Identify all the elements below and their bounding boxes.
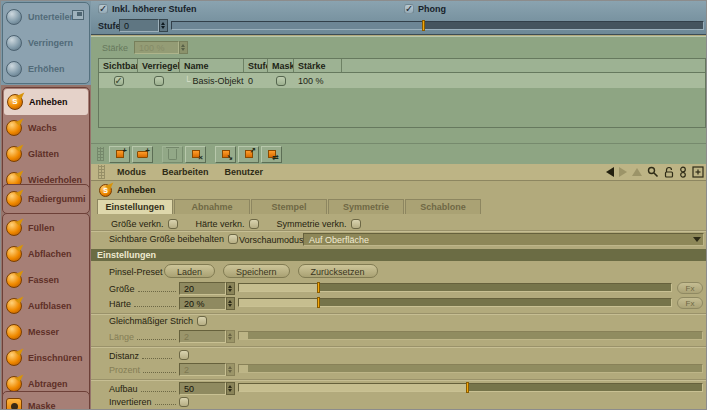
layer-name[interactable]: Basis-Objekt <box>192 76 243 86</box>
symmetry-link-option[interactable]: Symmetrie verkn. <box>277 219 361 229</box>
buildup-slider[interactable] <box>238 383 703 392</box>
sidebar-item-erhoehen[interactable]: Erhöhen <box>3 56 89 82</box>
detach-panel-icon[interactable] <box>72 10 84 20</box>
paste-layer-button[interactable]: ↗ <box>238 146 259 163</box>
phong-option[interactable]: Phong <box>404 4 446 14</box>
layer-strength-value: 100 % <box>134 41 179 54</box>
steady-stroke-checkbox[interactable] <box>197 316 207 326</box>
back-icon[interactable] <box>606 167 614 177</box>
add-folder-button[interactable]: + <box>132 146 153 163</box>
sidebar-item-label: Glätten <box>28 149 59 159</box>
menu-modus[interactable]: Modus <box>117 167 146 177</box>
level-slider[interactable] <box>171 21 704 30</box>
sidebar-item-aufblasen[interactable]: Aufblasen <box>3 293 89 319</box>
buildup-slider-handle[interactable] <box>466 382 469 393</box>
layer-strength[interactable]: 100 % <box>294 76 342 86</box>
sidebar-item-label: Erhöhen <box>28 64 65 74</box>
hardness-stepper[interactable] <box>226 297 235 310</box>
keep-size-option[interactable]: Sichtbare Größe beibehalten <box>109 234 238 244</box>
steady-stroke-option[interactable]: Gleichmäßiger Strich <box>109 316 207 326</box>
size-link-option[interactable]: Größe verkn. <box>111 219 178 229</box>
hardness-slider[interactable] <box>238 298 672 307</box>
include-higher-levels-checkbox[interactable] <box>98 4 108 14</box>
sidebar-item-unterteilen[interactable]: Unterteilen <box>3 4 89 30</box>
tab-symmetrie[interactable]: Symmetrie <box>328 199 404 214</box>
hardness-value[interactable]: 20 % <box>179 297 226 310</box>
distance-row: Distanz <box>91 349 707 362</box>
sidebar-item-radiergummi[interactable]: Radiergummi <box>3 186 89 212</box>
tab-einstellungen[interactable]: Einstellungen <box>97 199 173 214</box>
wax-icon <box>6 120 22 136</box>
mask-checkbox[interactable] <box>276 76 286 86</box>
cycle-icon[interactable] <box>679 166 687 178</box>
preview-mode-dropdown[interactable]: Auf Oberfläche <box>303 233 704 246</box>
buildup-value[interactable]: 50 <box>179 382 226 395</box>
reset-button[interactable]: Zurücksetzen <box>298 264 378 278</box>
nav-icon-cluster <box>606 166 704 178</box>
symmetry-link-checkbox[interactable] <box>351 219 361 229</box>
sidebar-item-messer[interactable]: Messer <box>3 319 89 345</box>
load-button[interactable]: Laden <box>164 264 215 278</box>
lock-checkbox[interactable] <box>154 76 164 86</box>
column-name[interactable]: Name <box>180 59 244 72</box>
sidebar-item-anheben[interactable]: S Anheben <box>4 89 88 115</box>
search-icon[interactable] <box>647 166 659 178</box>
save-button[interactable]: Speichern <box>223 264 290 278</box>
size-slider-handle[interactable] <box>317 282 320 293</box>
delete-button <box>162 146 183 163</box>
column-verriegeln[interactable]: Verriegeln <box>138 59 180 72</box>
toolbar-grip[interactable] <box>97 147 104 161</box>
size-stepper[interactable] <box>226 282 235 295</box>
table-row-basis-objekt[interactable]: └ Basis-Objekt 0 100 % <box>99 73 705 88</box>
distance-checkbox[interactable] <box>179 350 189 360</box>
column-sichtbar[interactable]: Sichtbar <box>99 59 138 72</box>
hardness-slider-handle[interactable] <box>317 297 320 308</box>
include-higher-levels-option[interactable]: Inkl. höherer Stufen <box>98 4 197 14</box>
hardness-fx-button[interactable]: Fx <box>677 297 703 309</box>
buildup-stepper[interactable] <box>226 382 235 395</box>
keep-size-checkbox[interactable] <box>228 234 238 244</box>
menu-bearbeiten[interactable]: Bearbeiten <box>162 167 209 177</box>
menu-benutzer[interactable]: Benutzer <box>225 167 264 177</box>
sidebar-item-wachs[interactable]: Wachs <box>3 115 89 141</box>
merge-layers-button[interactable]: ⇄ <box>261 146 282 163</box>
new-panel-icon[interactable] <box>692 166 704 178</box>
sidebar-item-einschnueren[interactable]: Einschnüren <box>3 345 89 371</box>
tab-schablone[interactable]: Schablone <box>405 199 481 214</box>
level-slider-handle[interactable] <box>422 20 425 31</box>
hardness-link-checkbox[interactable] <box>249 219 259 229</box>
sidebar-item-abflachen[interactable]: Abflachen <box>3 241 89 267</box>
delete-layer-button[interactable]: × <box>185 146 206 163</box>
percent-slider <box>238 364 703 373</box>
add-layer-button[interactable]: + <box>109 146 130 163</box>
mask-group: Maske <box>2 391 90 410</box>
hardness-link-option[interactable]: Härte verkn. <box>196 219 259 229</box>
size-link-checkbox[interactable] <box>168 219 178 229</box>
sidebar-item-fassen[interactable]: Fassen <box>3 267 89 293</box>
column-stufe[interactable]: Stufe <box>244 59 268 72</box>
column-maske[interactable]: Maske <box>268 59 294 72</box>
visible-checkbox[interactable] <box>114 76 124 86</box>
copy-layer-button[interactable]: ↘ <box>215 146 236 163</box>
level-stepper[interactable] <box>159 19 168 32</box>
level-value[interactable]: 0 <box>119 19 159 32</box>
column-staerke[interactable]: Stärke <box>294 59 342 72</box>
size-value[interactable]: 20 <box>179 282 226 295</box>
trash-icon <box>168 149 177 160</box>
sidebar-item-maske[interactable]: Maske <box>3 393 89 410</box>
phong-checkbox[interactable] <box>404 4 414 14</box>
sidebar-item-verringern[interactable]: Verringern <box>3 30 89 56</box>
size-link-label: Größe verkn. <box>111 219 164 229</box>
invert-checkbox[interactable] <box>179 397 189 407</box>
settings-section-header[interactable]: Einstellungen <box>91 249 707 261</box>
size-fx-button[interactable]: Fx <box>677 282 703 294</box>
tab-abnahme[interactable]: Abnahme <box>174 199 250 214</box>
sidebar-item-glaetten[interactable]: Glätten <box>3 141 89 167</box>
menubar-grip[interactable] <box>98 165 105 179</box>
fill-icon <box>6 220 22 236</box>
tab-stempel[interactable]: Stempel <box>251 199 327 214</box>
lock-icon[interactable] <box>664 166 674 178</box>
divider <box>91 313 707 315</box>
sidebar-item-fuellen[interactable]: Füllen <box>3 215 89 241</box>
size-slider[interactable] <box>238 283 672 292</box>
